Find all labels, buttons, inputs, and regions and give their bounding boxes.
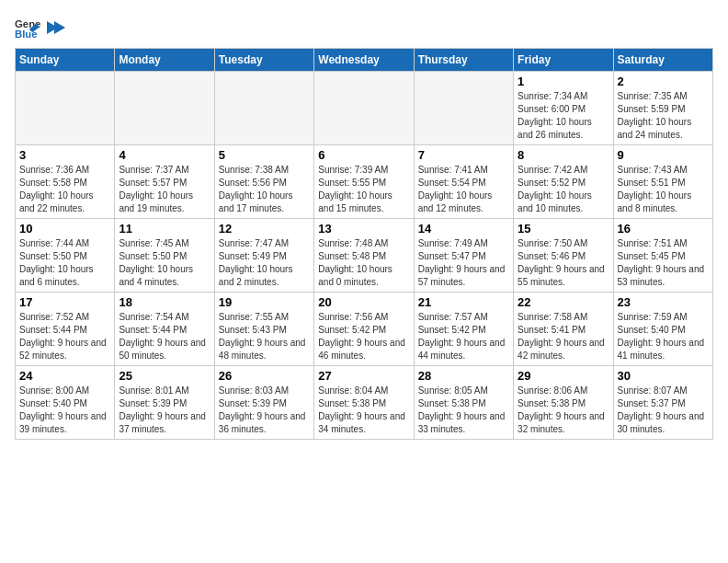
- day-info: Sunrise: 8:01 AMSunset: 5:39 PMDaylight:…: [119, 385, 210, 436]
- calendar-day-cell: [214, 72, 313, 145]
- svg-marker-3: [54, 21, 65, 34]
- calendar-day-cell: 7Sunrise: 7:41 AMSunset: 5:54 PMDaylight…: [414, 145, 513, 219]
- day-number: 17: [19, 295, 110, 309]
- calendar-day-cell: 19Sunrise: 7:55 AMSunset: 5:43 PMDayligh…: [214, 293, 313, 366]
- calendar-week-row: 1Sunrise: 7:34 AMSunset: 6:00 PMDaylight…: [16, 72, 713, 145]
- calendar-day-cell: 20Sunrise: 7:56 AMSunset: 5:42 PMDayligh…: [314, 293, 414, 366]
- day-number: 9: [618, 148, 709, 162]
- day-info: Sunrise: 8:06 AMSunset: 5:38 PMDaylight:…: [518, 385, 609, 436]
- day-number: 5: [219, 148, 310, 162]
- calendar-day-cell: 28Sunrise: 8:05 AMSunset: 5:38 PMDayligh…: [414, 366, 513, 440]
- day-info: Sunrise: 7:34 AMSunset: 6:00 PMDaylight:…: [518, 90, 609, 142]
- day-info: Sunrise: 7:41 AMSunset: 5:54 PMDaylight:…: [418, 164, 509, 215]
- day-info: Sunrise: 7:39 AMSunset: 5:55 PMDaylight:…: [318, 164, 409, 215]
- day-number: 4: [119, 148, 210, 162]
- day-number: 28: [418, 369, 509, 383]
- day-number: 13: [318, 222, 409, 236]
- calendar-day-cell: 24Sunrise: 8:00 AMSunset: 5:40 PMDayligh…: [16, 366, 115, 440]
- day-info: Sunrise: 7:38 AMSunset: 5:56 PMDaylight:…: [219, 164, 310, 215]
- calendar-week-row: 24Sunrise: 8:00 AMSunset: 5:40 PMDayligh…: [16, 366, 713, 440]
- day-number: 10: [19, 222, 110, 236]
- day-info: Sunrise: 7:51 AMSunset: 5:45 PMDaylight:…: [618, 237, 709, 289]
- day-info: Sunrise: 8:04 AMSunset: 5:38 PMDaylight:…: [318, 385, 409, 436]
- day-info: Sunrise: 7:42 AMSunset: 5:52 PMDaylight:…: [518, 164, 609, 215]
- calendar-day-cell: 23Sunrise: 7:59 AMSunset: 5:40 PMDayligh…: [613, 293, 712, 366]
- calendar-day-cell: 18Sunrise: 7:54 AMSunset: 5:44 PMDayligh…: [115, 293, 214, 366]
- weekday-header: Wednesday: [314, 49, 414, 72]
- day-number: 3: [19, 148, 110, 162]
- calendar-day-cell: [115, 72, 214, 145]
- day-info: Sunrise: 7:36 AMSunset: 5:58 PMDaylight:…: [19, 164, 110, 215]
- day-number: 6: [318, 148, 409, 162]
- calendar-body: 1Sunrise: 7:34 AMSunset: 6:00 PMDaylight…: [16, 72, 713, 440]
- day-number: 20: [318, 295, 409, 309]
- day-info: Sunrise: 7:44 AMSunset: 5:50 PMDaylight:…: [19, 237, 110, 289]
- weekday-header-row: SundayMondayTuesdayWednesdayThursdayFrid…: [16, 49, 713, 72]
- calendar-table: SundayMondayTuesdayWednesdayThursdayFrid…: [15, 48, 713, 440]
- day-number: 19: [219, 295, 310, 309]
- weekday-header: Monday: [115, 49, 214, 72]
- calendar-day-cell: 16Sunrise: 7:51 AMSunset: 5:45 PMDayligh…: [613, 219, 712, 293]
- day-info: Sunrise: 8:03 AMSunset: 5:39 PMDaylight:…: [219, 385, 310, 436]
- day-number: 11: [119, 222, 210, 236]
- day-number: 14: [418, 222, 509, 236]
- weekday-header: Saturday: [613, 49, 712, 72]
- calendar-week-row: 10Sunrise: 7:44 AMSunset: 5:50 PMDayligh…: [16, 219, 713, 293]
- day-number: 1: [518, 75, 609, 88]
- day-number: 25: [119, 369, 210, 383]
- calendar-day-cell: 30Sunrise: 8:07 AMSunset: 5:37 PMDayligh…: [613, 366, 712, 440]
- day-info: Sunrise: 7:37 AMSunset: 5:57 PMDaylight:…: [119, 164, 210, 215]
- svg-text:Blue: Blue: [15, 29, 38, 40]
- calendar-day-cell: 15Sunrise: 7:50 AMSunset: 5:46 PMDayligh…: [514, 219, 613, 293]
- calendar-day-cell: 6Sunrise: 7:39 AMSunset: 5:55 PMDaylight…: [314, 145, 414, 219]
- day-number: 21: [418, 295, 509, 309]
- day-info: Sunrise: 8:05 AMSunset: 5:38 PMDaylight:…: [418, 385, 509, 436]
- logo-arrow-icon: [45, 19, 65, 36]
- day-number: 7: [418, 148, 509, 162]
- calendar-day-cell: 9Sunrise: 7:43 AMSunset: 5:51 PMDaylight…: [613, 145, 712, 219]
- day-info: Sunrise: 8:00 AMSunset: 5:40 PMDaylight:…: [19, 385, 110, 436]
- day-number: 29: [518, 369, 609, 383]
- calendar-day-cell: 17Sunrise: 7:52 AMSunset: 5:44 PMDayligh…: [16, 293, 115, 366]
- calendar-day-cell: 26Sunrise: 8:03 AMSunset: 5:39 PMDayligh…: [214, 366, 313, 440]
- weekday-header: Thursday: [414, 49, 513, 72]
- day-info: Sunrise: 7:56 AMSunset: 5:42 PMDaylight:…: [318, 311, 409, 362]
- day-number: 27: [318, 369, 409, 383]
- weekday-header: Friday: [514, 49, 613, 72]
- calendar-day-cell: 12Sunrise: 7:47 AMSunset: 5:49 PMDayligh…: [214, 219, 313, 293]
- calendar-day-cell: [16, 72, 115, 145]
- header: General Blue: [15, 15, 713, 40]
- day-info: Sunrise: 7:43 AMSunset: 5:51 PMDaylight:…: [618, 164, 709, 215]
- day-info: Sunrise: 7:45 AMSunset: 5:50 PMDaylight:…: [119, 237, 210, 289]
- day-info: Sunrise: 7:47 AMSunset: 5:49 PMDaylight:…: [219, 237, 310, 289]
- day-number: 12: [219, 222, 310, 236]
- weekday-header: Sunday: [16, 49, 115, 72]
- calendar-day-cell: 10Sunrise: 7:44 AMSunset: 5:50 PMDayligh…: [16, 219, 115, 293]
- day-number: 16: [618, 222, 709, 236]
- day-info: Sunrise: 7:55 AMSunset: 5:43 PMDaylight:…: [219, 311, 310, 362]
- day-number: 15: [518, 222, 609, 236]
- calendar-day-cell: 27Sunrise: 8:04 AMSunset: 5:38 PMDayligh…: [314, 366, 414, 440]
- day-info: Sunrise: 8:07 AMSunset: 5:37 PMDaylight:…: [618, 385, 709, 436]
- calendar-day-cell: [314, 72, 414, 145]
- calendar-day-cell: [414, 72, 513, 145]
- calendar-day-cell: 25Sunrise: 8:01 AMSunset: 5:39 PMDayligh…: [115, 366, 214, 440]
- day-info: Sunrise: 7:49 AMSunset: 5:47 PMDaylight:…: [418, 237, 509, 289]
- day-info: Sunrise: 7:57 AMSunset: 5:42 PMDaylight:…: [418, 311, 509, 362]
- calendar-day-cell: 21Sunrise: 7:57 AMSunset: 5:42 PMDayligh…: [414, 293, 513, 366]
- calendar-day-cell: 1Sunrise: 7:34 AMSunset: 6:00 PMDaylight…: [514, 72, 613, 145]
- day-number: 30: [618, 369, 709, 383]
- calendar-day-cell: 11Sunrise: 7:45 AMSunset: 5:50 PMDayligh…: [115, 219, 214, 293]
- day-number: 2: [618, 75, 709, 88]
- calendar-week-row: 3Sunrise: 7:36 AMSunset: 5:58 PMDaylight…: [16, 145, 713, 219]
- day-number: 24: [19, 369, 110, 383]
- day-info: Sunrise: 7:59 AMSunset: 5:40 PMDaylight:…: [618, 311, 709, 362]
- calendar-day-cell: 13Sunrise: 7:48 AMSunset: 5:48 PMDayligh…: [314, 219, 414, 293]
- calendar-day-cell: 4Sunrise: 7:37 AMSunset: 5:57 PMDaylight…: [115, 145, 214, 219]
- logo-icon: General Blue: [15, 15, 40, 40]
- day-number: 23: [618, 295, 709, 309]
- logo: General Blue: [15, 15, 66, 40]
- calendar-day-cell: 2Sunrise: 7:35 AMSunset: 5:59 PMDaylight…: [613, 72, 712, 145]
- day-number: 18: [119, 295, 210, 309]
- calendar-day-cell: 8Sunrise: 7:42 AMSunset: 5:52 PMDaylight…: [514, 145, 613, 219]
